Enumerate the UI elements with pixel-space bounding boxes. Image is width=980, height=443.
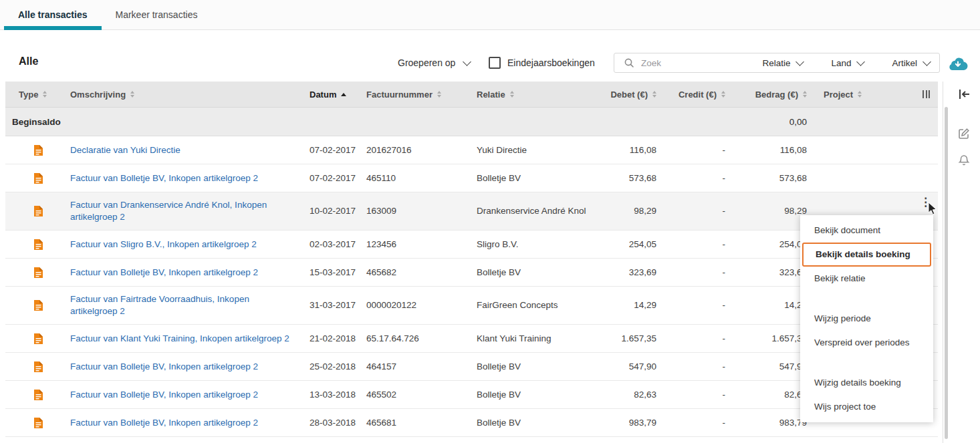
project-cell — [809, 172, 896, 185]
vertical-scrollbar[interactable] — [945, 107, 948, 439]
column-header-project[interactable]: Project — [809, 90, 896, 100]
export-download-button[interactable] — [948, 56, 968, 73]
search-icon — [624, 57, 634, 68]
edit-button[interactable] — [957, 127, 971, 143]
sort-icon — [510, 91, 514, 98]
menu-item-verspreid-over-periodes[interactable]: Verspreid over periodes — [800, 331, 933, 355]
year-end-checkbox[interactable]: Eindejaarsboekingen — [489, 57, 595, 69]
invoice-number: 465681 — [366, 410, 477, 436]
table-row[interactable]: Factuur van Sligro B.V., Inkopen artikel… — [5, 231, 938, 259]
menu-item-bekijk-details-boeking[interactable]: Bekijk details boeking — [802, 243, 931, 267]
tab-markeer-transacties[interactable]: Markeer transacties — [102, 0, 212, 29]
menu-item-wijzig-details-boeking[interactable]: Wijzig details boeking — [800, 371, 933, 395]
invoice-number: 201627016 — [366, 138, 477, 163]
relation-name: Sligro B.V. — [477, 232, 592, 257]
menu-item-bekijk-document[interactable]: Bekijk document — [800, 218, 933, 243]
column-header-factuurnummer[interactable]: Factuurnummer — [366, 90, 477, 100]
transaction-description-link[interactable]: Factuur van Bolletje BV, Inkopen artikel… — [70, 173, 258, 183]
notifications-button[interactable] — [957, 154, 971, 170]
transaction-description-link[interactable]: Factuur van Fairtrade Voorraadhuis, Inko… — [70, 294, 249, 316]
invoice-number: 464157 — [366, 354, 477, 380]
transaction-description-link[interactable]: Factuur van Bolletje BV, Inkopen artikel… — [70, 361, 258, 372]
table-row[interactable]: Factuur van Drankenservice André Knol, I… — [5, 192, 938, 231]
total-amount: 82,63 — [727, 382, 809, 408]
context-menu: Bekijk documentBekijk details boekingBek… — [800, 215, 933, 422]
year-end-label: Eindejaarsboekingen — [507, 57, 595, 68]
filter-relatie[interactable]: Relatie — [762, 58, 803, 68]
invoice-number: 465682 — [366, 260, 477, 285]
transaction-date: 25-02-2018 — [310, 354, 366, 380]
column-header-credit[interactable]: Credit (€) — [658, 90, 727, 100]
invoice-number: 465502 — [366, 382, 477, 408]
search-input[interactable] — [640, 57, 716, 69]
credit-amount: - — [658, 198, 727, 224]
opening-balance-label: Beginsaldo — [5, 117, 592, 127]
table-row[interactable]: Factuur van Klant Yuki Training, Inkopen… — [5, 325, 938, 353]
relation-name: Bolletje BV — [477, 382, 592, 408]
row-actions-kebab-icon[interactable]: ⋮ — [920, 196, 931, 208]
filter-land[interactable]: Land — [831, 58, 864, 68]
transaction-description-link[interactable]: Declaratie van Yuki Directie — [70, 145, 180, 155]
group-by-dropdown[interactable]: Groeperen op — [398, 57, 470, 68]
opening-balance-amount: 0,00 — [727, 117, 809, 127]
transaction-description-link[interactable]: Factuur van Klant Yuki Training, Inkopen… — [70, 333, 289, 343]
transaction-description-link[interactable]: Factuur van Bolletje BV, Inkopen artikel… — [70, 390, 258, 400]
table-row[interactable]: Factuur van Bolletje BV, Inkopen artikel… — [5, 409, 938, 437]
transaction-description-link[interactable]: Factuur van Drankenservice André Knol, I… — [70, 200, 267, 222]
column-header-debet[interactable]: Debet (€) — [592, 90, 658, 100]
table-row[interactable]: Factuur van Bolletje BV, Inkopen artikel… — [5, 353, 938, 381]
filter-artikel[interactable]: Artikel — [892, 58, 930, 68]
transaction-date: 15-03-2017 — [310, 260, 366, 285]
transaction-date: 02-03-2017 — [310, 232, 366, 257]
column-header-relatie[interactable]: Relatie — [477, 90, 592, 100]
column-label: Factuurnummer — [366, 90, 433, 100]
transaction-description-link[interactable]: Factuur van Bolletje BV, Inkopen artikel… — [70, 267, 258, 277]
column-header-type[interactable]: Type — [5, 90, 70, 100]
credit-amount: - — [658, 293, 727, 318]
table-row[interactable]: Factuur van Fairtrade Voorraadhuis, Inko… — [5, 287, 938, 325]
menu-item-wijzig-periode[interactable]: Wijzig periode — [800, 307, 933, 331]
column-header-omschrijving[interactable]: Omschrijving — [70, 90, 310, 100]
filter-label: Relatie — [762, 58, 790, 68]
sort-icon — [652, 91, 656, 98]
debit-amount: 254,05 — [592, 232, 658, 257]
sort-icon — [437, 91, 441, 98]
document-icon — [5, 389, 70, 401]
debit-amount: 116,08 — [592, 138, 658, 163]
sort-icon — [130, 91, 134, 98]
transactions-page: { "tabs": [ {"label": "Alle transacties"… — [0, 0, 980, 443]
debit-amount: 98,29 — [592, 198, 658, 224]
table-row[interactable]: Factuur van Bolletje BV, Inkopen artikel… — [5, 164, 938, 192]
total-amount: 983,79 — [727, 410, 809, 436]
relation-name: Klant Yuki Training — [477, 326, 592, 351]
relation-name: Bolletje BV — [477, 166, 592, 191]
menu-item-wijs-project-toe[interactable]: Wijs project toe — [800, 395, 933, 419]
transaction-description-link[interactable]: Factuur van Sligro B.V., Inkopen artikel… — [70, 239, 257, 249]
credit-amount: - — [658, 166, 727, 191]
column-settings-button[interactable] — [896, 90, 938, 98]
opening-balance-row: Beginsaldo 0,00 — [5, 108, 938, 136]
group-by-label: Groeperen op — [398, 57, 455, 68]
tab-alle-transacties[interactable]: Alle transacties — [4, 0, 102, 29]
credit-amount: - — [658, 382, 727, 408]
total-amount: 116,08 — [727, 138, 809, 163]
sort-icon — [803, 91, 807, 98]
transaction-description-link[interactable]: Factuur van Bolletje BV, Inkopen artikel… — [70, 418, 258, 428]
table-row[interactable]: Factuur van Bolletje BV, Inkopen artikel… — [5, 381, 938, 409]
checkbox-icon[interactable] — [489, 57, 501, 69]
column-label: Datum — [310, 90, 336, 100]
cloud-download-icon — [948, 56, 968, 70]
table-row[interactable]: Factuur van Bolletje BV, Inkopen artikel… — [5, 259, 938, 287]
credit-amount: - — [658, 410, 727, 436]
transaction-date: 28-03-2018 — [310, 410, 366, 436]
table-row[interactable]: Declaratie van Yuki Directie07-02-201720… — [5, 136, 938, 164]
collapse-panel-button[interactable] — [958, 88, 971, 103]
column-header-datum[interactable]: Datum — [310, 90, 366, 100]
menu-item-bekijk-relatie[interactable]: Bekijk relatie — [800, 267, 933, 291]
total-amount: 14,29 — [727, 293, 809, 318]
document-icon — [5, 172, 70, 184]
column-header-bedrag[interactable]: Bedrag (€) — [727, 90, 809, 100]
invoice-number: 123456 — [366, 232, 477, 257]
total-amount: 98,29 — [727, 198, 809, 224]
transactions-table: TypeOmschrijvingDatumFactuurnummerRelati… — [5, 82, 938, 437]
